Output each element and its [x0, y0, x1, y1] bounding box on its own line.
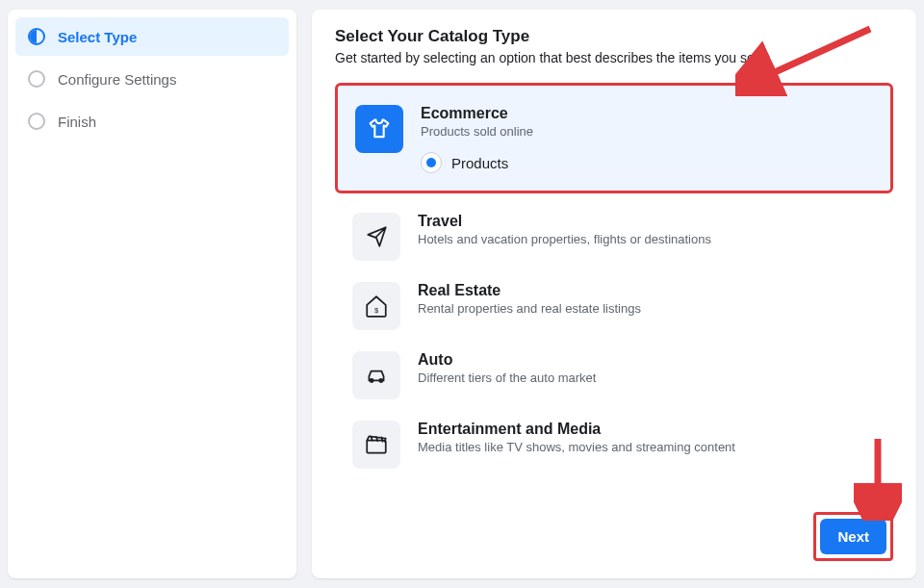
sidebar-item-label: Finish: [58, 114, 96, 130]
option-title: Auto: [418, 351, 876, 369]
option-ecommerce[interactable]: Ecommerce Products sold online Products: [335, 83, 893, 193]
page-subtitle: Get started by selecting an option that …: [335, 50, 893, 65]
clapperboard-icon: [352, 421, 400, 469]
option-desc: Media titles like TV shows, movies and s…: [418, 440, 876, 454]
sidebar-item-finish[interactable]: Finish: [15, 102, 289, 141]
radio-label: Products: [451, 155, 508, 171]
step-progress-icon: [27, 27, 46, 46]
tshirt-icon: [355, 105, 403, 153]
airplane-icon: [352, 213, 400, 261]
step-empty-icon: [27, 69, 46, 89]
next-button[interactable]: Next: [820, 519, 886, 554]
step-empty-icon: [27, 112, 46, 131]
option-travel[interactable]: Travel Hotels and vacation properties, f…: [335, 211, 893, 263]
option-desc: Hotels and vacation properties, flights …: [418, 232, 876, 246]
svg-text:$: $: [374, 306, 379, 315]
option-radio-products[interactable]: Products: [421, 152, 873, 173]
option-entertainment[interactable]: Entertainment and Media Media titles lik…: [335, 419, 893, 471]
sidebar-item-select-type[interactable]: Select Type: [15, 17, 289, 56]
option-desc: Rental properties and real estate listin…: [418, 301, 876, 316]
option-body: Ecommerce Products sold online Products: [421, 105, 873, 173]
radio-selected-icon: [421, 152, 442, 173]
annotation-highlight-next: Next: [813, 512, 893, 561]
sidebar-item-label: Select Type: [58, 29, 137, 45]
option-real-estate[interactable]: $ Real Estate Rental properties and real…: [335, 280, 893, 332]
option-body: Real Estate Rental properties and real e…: [418, 282, 876, 316]
sidebar-item-label: Configure Settings: [58, 71, 176, 88]
sidebar-item-configure-settings[interactable]: Configure Settings: [15, 60, 289, 98]
option-desc: Different tiers of the auto market: [418, 371, 876, 385]
page-title: Select Your Catalog Type: [335, 27, 893, 46]
option-auto[interactable]: Auto Different tiers of the auto market: [335, 349, 893, 401]
house-icon: $: [352, 282, 400, 330]
option-desc: Products sold online: [421, 124, 873, 139]
option-title: Ecommerce: [421, 105, 873, 122]
car-icon: [352, 351, 400, 399]
option-title: Travel: [418, 213, 876, 230]
catalog-type-list: Ecommerce Products sold online Products …: [335, 83, 893, 471]
footer: Next: [335, 497, 893, 561]
option-title: Real Estate: [418, 282, 876, 299]
option-body: Auto Different tiers of the auto market: [418, 351, 876, 385]
sidebar: Select Type Configure Settings Finish: [8, 10, 296, 578]
option-body: Travel Hotels and vacation properties, f…: [418, 213, 876, 246]
svg-rect-3: [367, 441, 386, 453]
main-panel: Select Your Catalog Type Get started by …: [312, 10, 916, 578]
option-body: Entertainment and Media Media titles lik…: [418, 421, 876, 454]
option-title: Entertainment and Media: [418, 421, 876, 438]
